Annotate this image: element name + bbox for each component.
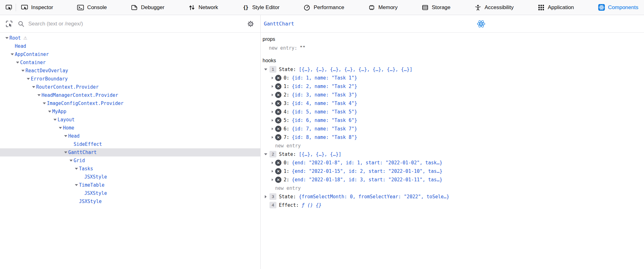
hook-1-entry-row[interactable]: ×6:{id: 7, name: "Task 7"} xyxy=(263,124,644,133)
expand-arrow-icon[interactable] xyxy=(26,78,31,80)
tree-item-head[interactable]: Head xyxy=(0,42,260,50)
tree-item-tasks[interactable]: Tasks xyxy=(0,165,260,173)
pick-element-button[interactable] xyxy=(3,2,14,13)
tab-storage[interactable]: Storage xyxy=(422,0,451,15)
expand-arrow-icon[interactable] xyxy=(263,153,268,155)
expand-arrow-icon[interactable] xyxy=(270,94,275,96)
tree-item-container[interactable]: Container xyxy=(0,58,260,67)
remove-entry-button[interactable]: × xyxy=(275,126,281,132)
tab-style-editor[interactable]: {}Style Editor xyxy=(242,0,280,15)
expand-arrow-icon[interactable] xyxy=(74,184,79,186)
remove-entry-button[interactable]: × xyxy=(275,83,281,90)
expand-arrow-icon[interactable] xyxy=(36,94,42,96)
expand-arrow-icon[interactable] xyxy=(270,178,275,181)
tree-item-layout[interactable]: Layout xyxy=(0,116,260,124)
tab-console[interactable]: Console xyxy=(77,0,107,15)
tree-item-grid[interactable]: Grid xyxy=(0,156,260,165)
hook-1-entry-row[interactable]: ×3:{id: 4, name: "Task 4"} xyxy=(263,99,644,107)
hook-2-entry-row[interactable]: ×2:{end: "2022-01-18", id: 3, start: "20… xyxy=(263,175,644,184)
tab-application[interactable]: Application xyxy=(538,0,574,15)
tree-item-home[interactable]: Home xyxy=(0,124,260,132)
hook-2-entry-row[interactable]: ×1:{end: "2022-01-15", id: 2, start: "20… xyxy=(263,167,644,175)
expand-arrow-icon[interactable] xyxy=(63,135,68,137)
search-input[interactable] xyxy=(28,21,243,27)
hook-1-entry-row[interactable]: ×2:{id: 3, name: "Task 3"} xyxy=(263,91,644,99)
style-editor-icon: {} xyxy=(242,4,249,11)
remove-entry-button[interactable]: × xyxy=(275,134,281,140)
expand-arrow-icon[interactable] xyxy=(74,168,79,170)
hook-1-entry-row[interactable]: ×5:{id: 6, name: "Task 6"} xyxy=(263,116,644,124)
expand-arrow-icon[interactable] xyxy=(10,53,15,55)
new-entry-row[interactable]: new entry xyxy=(263,184,644,192)
tab-inspector[interactable]: Inspector xyxy=(21,0,53,15)
remove-entry-button[interactable]: × xyxy=(275,117,281,124)
expand-arrow-icon[interactable] xyxy=(15,62,20,63)
hook-1-entry-row[interactable]: ×7:{id: 8, name: "Task 8"} xyxy=(263,133,644,141)
expand-arrow-icon[interactable] xyxy=(270,170,275,173)
settings-gear-button[interactable] xyxy=(247,20,254,27)
tree-item-headmanagercontext-provider[interactable]: HeadManagerContext.Provider xyxy=(0,91,260,99)
hook-1-entry-row[interactable]: ×0:{id: 1, name: "Task 1"} xyxy=(263,74,644,82)
tree-item-routercontext-provider[interactable]: RouterContext.Provider xyxy=(0,83,260,91)
tab-network[interactable]: Network xyxy=(188,0,218,15)
expand-arrow-icon[interactable] xyxy=(58,127,63,129)
remove-entry-button[interactable]: × xyxy=(275,75,281,81)
expand-arrow-icon[interactable] xyxy=(47,111,52,113)
tree-item-ganttchart[interactable]: GanttChart xyxy=(0,148,260,156)
remove-entry-button[interactable]: × xyxy=(275,109,281,115)
tab-memory[interactable]: Memory xyxy=(368,0,397,15)
inspect-component-button[interactable] xyxy=(4,19,14,29)
expand-arrow-icon[interactable] xyxy=(270,77,275,79)
hook-1-entry-row[interactable]: ×1:{id: 2, name: "Task 2"} xyxy=(263,82,644,91)
expand-arrow-icon[interactable] xyxy=(53,119,58,121)
remove-entry-button[interactable]: × xyxy=(275,100,281,107)
expand-arrow-icon[interactable] xyxy=(20,70,25,72)
props-new-entry-row[interactable]: new entry: "" xyxy=(263,44,644,52)
remove-entry-button[interactable]: × xyxy=(275,160,281,166)
expand-arrow-icon[interactable] xyxy=(263,69,268,70)
expand-arrow-icon[interactable] xyxy=(270,102,275,105)
new-entry-row[interactable]: new entry xyxy=(263,141,644,150)
expand-arrow-icon[interactable] xyxy=(31,86,36,88)
hook-1-entry-row[interactable]: ×4:{id: 5, name: "Task 5"} xyxy=(263,107,644,116)
tree-item-jsxstyle[interactable]: JSXStyle xyxy=(0,189,260,197)
tab-components[interactable]: Components xyxy=(598,0,638,15)
component-name: Tasks xyxy=(79,166,93,172)
component-name: JSXStyle xyxy=(84,174,107,180)
tree-item-timetable[interactable]: TimeTable xyxy=(0,181,260,189)
expand-arrow-icon[interactable] xyxy=(270,119,275,122)
expand-arrow-icon[interactable] xyxy=(42,102,47,104)
tree-item-reactdevoverlay[interactable]: ReactDevOverlay xyxy=(0,67,260,75)
tab-debugger[interactable]: Debugger xyxy=(131,0,164,15)
expand-arrow-icon[interactable] xyxy=(63,151,68,153)
tree-item-root[interactable]: Root⚠ xyxy=(0,34,260,42)
hook-2-row[interactable]: 2State:[{…}, {…}, {…}] xyxy=(263,150,644,158)
tree-item-errorboundary[interactable]: ErrorBoundary xyxy=(0,75,260,83)
tree-item-jsxstyle[interactable]: JSXStyle xyxy=(0,173,260,181)
new-entry-label[interactable]: new entry: xyxy=(269,45,297,51)
tree-item-imageconfigcontext-provider[interactable]: ImageConfigContext.Provider xyxy=(0,99,260,107)
new-entry-value[interactable]: "" xyxy=(300,45,305,51)
expand-arrow-icon[interactable] xyxy=(270,162,275,164)
remove-entry-button[interactable]: × xyxy=(275,92,281,98)
hook-4-row[interactable]: 4Effect:ƒ () {} xyxy=(263,201,644,209)
tab-accessibility[interactable]: Accessibility xyxy=(475,0,514,15)
expand-arrow-icon[interactable] xyxy=(270,85,275,88)
remove-entry-button[interactable]: × xyxy=(275,168,281,174)
hook-2-entry-row[interactable]: ×0:{end: "2022-01-8", id: 1, start: "202… xyxy=(263,158,644,167)
hook-1-row[interactable]: 1State:[{…}, {…}, {…}, {…}, {…}, {…}, {…… xyxy=(263,65,644,74)
tree-item-myapp[interactable]: MyApp xyxy=(0,107,260,116)
expand-arrow-icon[interactable] xyxy=(263,195,268,198)
tree-item-jsxstyle[interactable]: JSXStyle xyxy=(0,197,260,206)
expand-arrow-icon[interactable] xyxy=(270,136,275,139)
remove-entry-button[interactable]: × xyxy=(275,177,281,183)
expand-arrow-icon[interactable] xyxy=(270,128,275,130)
tab-performance[interactable]: Performance xyxy=(303,0,344,15)
expand-arrow-icon[interactable] xyxy=(270,111,275,113)
tree-item-sideeffect[interactable]: SideEffect xyxy=(0,140,260,148)
tree-item-appcontainer[interactable]: AppContainer xyxy=(0,50,260,58)
expand-arrow-icon[interactable] xyxy=(4,37,9,39)
tree-item-head[interactable]: Head xyxy=(0,132,260,140)
hook-3-row[interactable]: 3State:{fromSelectMonth: 0, fromSelectYe… xyxy=(263,192,644,201)
expand-arrow-icon[interactable] xyxy=(69,160,74,162)
